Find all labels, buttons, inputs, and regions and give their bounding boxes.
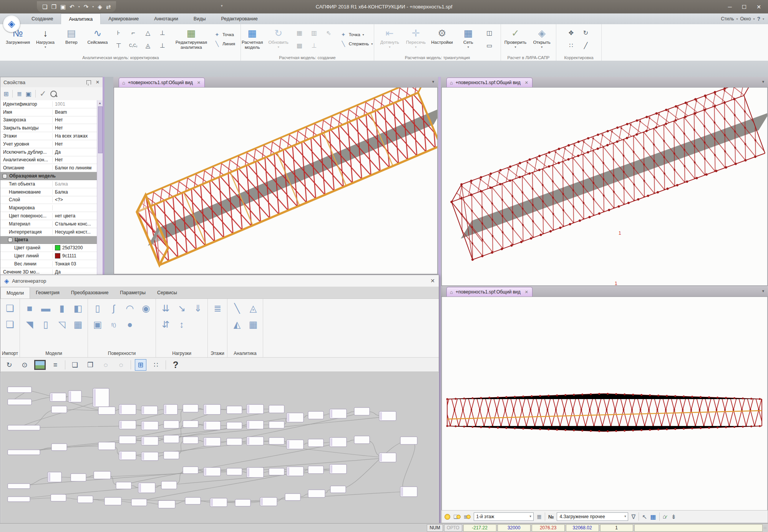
close-button[interactable]: ✕ bbox=[756, 4, 761, 10]
import-obj-icon[interactable]: ❏ bbox=[3, 302, 17, 315]
property-row[interactable]: Идентификатор1001 bbox=[0, 100, 97, 108]
view3-tab[interactable]: ⌂ +поверхность1.spf:Общий вид ✕ bbox=[446, 287, 532, 297]
point-create-button[interactable]: ✦Точка▾ bbox=[340, 31, 373, 38]
checked-view-icon[interactable]: ▣ bbox=[26, 90, 32, 98]
loadcase-number-icon[interactable]: № bbox=[548, 514, 554, 520]
node-graph-canvas[interactable] bbox=[1, 371, 438, 523]
support-fixed-icon[interactable]: ⊥ bbox=[157, 28, 168, 38]
floors-icon[interactable]: ≣ bbox=[537, 513, 542, 520]
property-value[interactable]: На всех этажах bbox=[53, 133, 97, 139]
expand-groups-icon[interactable]: ⊞ bbox=[3, 90, 8, 98]
graph-node[interactable] bbox=[183, 467, 198, 474]
property-value[interactable]: Нет bbox=[53, 157, 97, 162]
property-row[interactable]: ЭтажиНа всех этажах bbox=[0, 132, 97, 140]
cursor-filter-icon[interactable]: ↖ bbox=[642, 513, 647, 520]
property-row[interactable]: Учет уровняНет bbox=[0, 140, 97, 148]
graph-node[interactable] bbox=[308, 439, 323, 447]
analytic-mesh-icon[interactable]: ▦ bbox=[247, 318, 260, 331]
model-box-icon[interactable]: ■ bbox=[23, 302, 36, 315]
resize-grip-icon[interactable]: ∷ bbox=[764, 526, 766, 530]
analytic-line-icon[interactable]: ╲ bbox=[231, 302, 244, 315]
graph-node[interactable] bbox=[8, 425, 40, 430]
property-row[interactable]: Закрыть выходыНет bbox=[0, 124, 97, 132]
surface-shell-icon[interactable]: ◠ bbox=[123, 302, 136, 315]
property-value[interactable]: Да bbox=[53, 269, 97, 275]
rotate-icon[interactable]: ↻ bbox=[581, 28, 591, 38]
select-hidden-icon[interactable]: ◌ bbox=[100, 359, 111, 371]
property-row[interactable]: Вес линииТонкая 03 bbox=[0, 260, 97, 268]
graph-node[interactable] bbox=[227, 422, 242, 429]
property-row[interactable]: Цвет граней25d73200 bbox=[0, 244, 97, 252]
graph-node[interactable] bbox=[185, 497, 201, 504]
surface-function-icon[interactable]: f() bbox=[107, 318, 120, 331]
autogenerator-tab-2[interactable]: Геометрия bbox=[30, 287, 65, 298]
property-value[interactable]: 1001 bbox=[53, 101, 97, 107]
graph-node[interactable] bbox=[285, 494, 300, 501]
model-slab-icon[interactable]: ▬ bbox=[39, 302, 52, 315]
graph-node[interactable] bbox=[161, 481, 177, 489]
property-value[interactable]: Стальные конс... bbox=[53, 221, 97, 227]
render-icon[interactable]: ◈ bbox=[98, 4, 102, 10]
help-icon[interactable]: ? bbox=[170, 359, 181, 371]
property-value[interactable]: 9c1111 bbox=[53, 253, 97, 259]
volume-light-icon[interactable]: ❏ bbox=[453, 514, 461, 520]
window-menu[interactable]: Окно bbox=[740, 16, 751, 22]
property-value[interactable]: Тонкая 03 bbox=[53, 261, 97, 267]
view2-tab[interactable]: ⌂ +поверхность1.spf:Общий вид ✕ bbox=[446, 78, 532, 87]
graph-node[interactable] bbox=[308, 466, 323, 474]
ribbon-tab-3[interactable]: Армирование bbox=[101, 13, 146, 24]
graph-node[interactable] bbox=[119, 436, 136, 444]
select-hidden2-icon[interactable]: ◌ bbox=[115, 359, 127, 371]
property-group-row[interactable]: −Цвета bbox=[0, 236, 97, 244]
ribbon-tab-1[interactable]: Создание bbox=[24, 13, 61, 24]
ribbon-tab-6[interactable]: Редактирование bbox=[213, 13, 265, 24]
dimension-icon[interactable]: ⇄ bbox=[106, 4, 111, 10]
layout-quad-icon[interactable]: ⊞ bbox=[135, 359, 146, 371]
graph-node[interactable] bbox=[400, 437, 417, 444]
database-save-icon[interactable]: ≡ bbox=[50, 359, 61, 371]
beam-section-icon[interactable]: ⊥ bbox=[309, 40, 320, 51]
graph-node[interactable] bbox=[227, 468, 242, 475]
properties-close-icon[interactable]: ✕ bbox=[96, 80, 100, 85]
model-roof-icon[interactable]: ◹ bbox=[55, 318, 68, 331]
table-icon[interactable]: ▦ bbox=[650, 513, 656, 520]
toolbar-overflow-icon[interactable]: ▾ bbox=[221, 4, 223, 8]
property-row[interactable]: ИмяBeam bbox=[0, 108, 97, 116]
analytic-node-icon[interactable]: ◬ bbox=[247, 302, 260, 315]
graph-node[interactable] bbox=[98, 407, 115, 414]
edit-line-icon[interactable]: ╱ bbox=[581, 40, 591, 51]
surface-revolve-icon[interactable]: ◉ bbox=[139, 302, 153, 315]
graph-node[interactable] bbox=[8, 497, 30, 502]
select-group-icon[interactable]: ❏ bbox=[69, 359, 81, 371]
view2-tab-close-icon[interactable]: ✕ bbox=[525, 80, 528, 85]
graph-node[interactable] bbox=[227, 406, 242, 414]
graph-node[interactable] bbox=[8, 399, 32, 405]
graph-node[interactable] bbox=[164, 435, 179, 443]
graph-node[interactable] bbox=[164, 421, 179, 428]
property-value[interactable]: нет цвета bbox=[53, 213, 97, 219]
graph-node[interactable] bbox=[51, 406, 67, 413]
editable-analytics-button[interactable]: ▦Редактируемая аналитика bbox=[172, 25, 211, 51]
autogenerator-close-icon[interactable]: ✕ bbox=[430, 278, 435, 284]
panels-icon[interactable]: ▭ bbox=[484, 40, 495, 51]
update-button[interactable]: ↻Обновить▾ bbox=[266, 25, 291, 50]
panel-splitter[interactable] bbox=[103, 77, 105, 275]
redo-icon[interactable]: ↷ bbox=[84, 4, 89, 10]
graph-node[interactable] bbox=[269, 468, 284, 475]
undo-icon[interactable]: ↶ bbox=[70, 4, 75, 10]
support-truss-icon[interactable]: △ bbox=[143, 28, 153, 38]
properties-scrollbar[interactable]: ▲ bbox=[97, 100, 103, 275]
apply-model-icon[interactable]: ⌂✓ bbox=[663, 513, 668, 520]
autogenerator-tab-3[interactable]: Преобразование bbox=[65, 287, 114, 298]
graph-node[interactable] bbox=[8, 450, 40, 455]
layers-light-icon[interactable]: ≣ bbox=[464, 514, 471, 520]
collapse-toolbar-icon[interactable]: ⇟ bbox=[671, 513, 676, 520]
list-view-icon[interactable]: ≣ bbox=[17, 90, 22, 98]
layout-pair-icon[interactable]: ∷ bbox=[150, 359, 162, 371]
graph-node[interactable] bbox=[308, 411, 323, 419]
support-pinned-icon[interactable]: ⊦ bbox=[113, 28, 124, 38]
ortho-mode-indicator[interactable]: ОРТО bbox=[444, 524, 462, 532]
property-row[interactable]: Тип объектаБалка bbox=[0, 180, 97, 188]
overhang-icon[interactable]: ◫ bbox=[484, 28, 495, 38]
graph-node[interactable] bbox=[8, 387, 32, 393]
